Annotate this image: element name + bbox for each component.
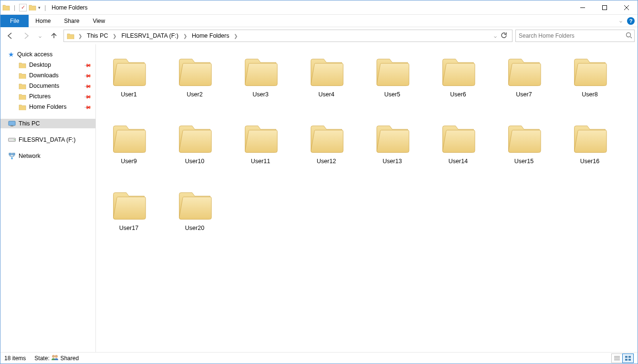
folder-icon xyxy=(505,121,543,155)
search-icon[interactable] xyxy=(624,32,632,40)
folder-item[interactable]: User6 xyxy=(437,54,480,98)
sidebar-quick-access[interactable]: ★ Quick access xyxy=(0,49,95,60)
folder-item[interactable]: User9 xyxy=(107,121,150,165)
qat-open-icon[interactable] xyxy=(29,4,36,10)
folder-label: User14 xyxy=(449,158,468,165)
sidebar-this-pc[interactable]: This PC xyxy=(0,119,95,128)
folder-icon xyxy=(110,187,147,222)
folder-label: User17 xyxy=(119,225,138,231)
sidebar-network[interactable]: Network xyxy=(0,151,95,161)
status-state-value: Shared xyxy=(60,355,79,362)
folder-item[interactable]: User20 xyxy=(173,187,216,231)
breadcrumb-drive[interactable]: FILESRV1_DATA (F:) xyxy=(118,30,181,42)
sidebar-item-desktop[interactable]: Desktop📌 xyxy=(0,60,95,70)
folder-item[interactable]: User3 xyxy=(239,54,282,98)
details-view-button[interactable] xyxy=(611,354,623,363)
main-area: ★ Quick access Desktop📌Downloads📌Documen… xyxy=(0,44,638,352)
view-tab[interactable]: View xyxy=(86,15,112,27)
svg-rect-12 xyxy=(628,356,631,358)
svg-rect-11 xyxy=(625,356,628,358)
close-button[interactable] xyxy=(616,0,638,15)
quick-access-label: Quick access xyxy=(17,51,52,58)
content-pane[interactable]: User1User2User3User4User5User6User7User8… xyxy=(96,44,638,352)
folder-item[interactable]: User16 xyxy=(568,121,611,165)
folder-label: User16 xyxy=(580,158,599,165)
pin-icon: 📌 xyxy=(84,82,92,90)
nav-bar: ⌵ ❯ This PC ❯ FILESRV1_DATA (F:) ❯ Home … xyxy=(0,27,638,44)
folder-label: User15 xyxy=(514,158,533,165)
sidebar-item-downloads[interactable]: Downloads📌 xyxy=(0,70,95,81)
svg-point-10 xyxy=(627,32,631,37)
qat-dropdown-icon[interactable]: ▾ xyxy=(38,5,41,10)
folder-item[interactable]: User11 xyxy=(239,121,282,165)
refresh-button[interactable] xyxy=(499,32,509,40)
folder-icon xyxy=(19,104,26,110)
sidebar-drive[interactable]: FILESRV1_DATA (F:) xyxy=(0,135,95,145)
address-dropdown-icon[interactable]: ⌵ xyxy=(494,33,497,39)
forward-button[interactable] xyxy=(20,29,33,42)
pin-icon: 📌 xyxy=(84,72,92,79)
chevron-right-icon[interactable]: ❯ xyxy=(77,33,83,39)
folder-icon xyxy=(176,121,213,155)
chevron-right-icon[interactable]: ❯ xyxy=(233,33,239,39)
folder-item[interactable]: User15 xyxy=(502,121,545,165)
folder-icon xyxy=(439,54,477,88)
items-grid: User1User2User3User4User5User6User7User8… xyxy=(107,54,633,231)
sidebar-item-pictures[interactable]: Pictures📌 xyxy=(0,91,95,102)
folder-icon xyxy=(110,121,147,155)
chevron-right-icon[interactable]: ❯ xyxy=(182,33,188,39)
chevron-right-icon[interactable]: ❯ xyxy=(112,33,117,39)
recent-locations-icon[interactable]: ⌵ xyxy=(36,33,44,39)
sidebar-item-home-folders[interactable]: Home Folders📌 xyxy=(0,102,95,112)
pin-icon: 📌 xyxy=(84,61,92,69)
qat-properties-icon[interactable]: ✓ xyxy=(19,4,27,11)
network-label: Network xyxy=(19,153,41,159)
help-icon[interactable]: ? xyxy=(627,17,635,25)
refresh-icon xyxy=(501,32,507,39)
folder-item[interactable]: User14 xyxy=(437,121,480,165)
folder-item[interactable]: User13 xyxy=(371,121,414,165)
quick-access-toolbar: | ✓ ▾ | xyxy=(0,4,50,11)
back-arrow-icon xyxy=(6,32,14,40)
drive-label: FILESRV1_DATA (F:) xyxy=(19,136,75,143)
folder-label: User10 xyxy=(185,158,204,165)
file-tab[interactable]: File xyxy=(0,15,29,27)
svg-rect-14 xyxy=(628,359,631,361)
ribbon-collapse-icon[interactable]: ⌵ xyxy=(617,18,625,23)
folder-item[interactable]: User17 xyxy=(107,187,150,231)
sidebar-item-label: Documents xyxy=(29,83,59,89)
folder-item[interactable]: User8 xyxy=(568,54,611,98)
home-tab[interactable]: Home xyxy=(29,15,57,27)
ribbon-tabs: File Home Share View ⌵ ? xyxy=(0,15,638,27)
folder-icon xyxy=(19,83,26,89)
folder-item[interactable]: User7 xyxy=(502,54,545,98)
folder-item[interactable]: User10 xyxy=(173,121,216,165)
folder-label: User6 xyxy=(450,91,466,98)
folder-label: User5 xyxy=(384,91,400,98)
folder-icon xyxy=(374,121,411,155)
folder-item[interactable]: User12 xyxy=(305,121,348,165)
sidebar-item-documents[interactable]: Documents📌 xyxy=(0,81,95,91)
folder-icon xyxy=(176,54,213,88)
back-button[interactable] xyxy=(3,29,17,42)
large-icons-view-button[interactable] xyxy=(622,354,634,363)
maximize-icon xyxy=(602,5,607,10)
folder-item[interactable]: User4 xyxy=(305,54,348,98)
up-button[interactable] xyxy=(47,29,61,42)
window-title: Home Folders xyxy=(50,4,87,11)
breadcrumb-current[interactable]: Home Folders xyxy=(189,30,232,42)
search-box[interactable] xyxy=(515,30,635,42)
sidebar-item-label: Pictures xyxy=(29,93,51,100)
qat-separator: | xyxy=(12,4,17,11)
folder-item[interactable]: User5 xyxy=(371,54,414,98)
this-pc-label: This PC xyxy=(19,120,40,127)
search-input[interactable] xyxy=(518,32,624,40)
breadcrumb-this-pc[interactable]: This PC xyxy=(84,30,111,42)
maximize-button[interactable] xyxy=(594,0,616,15)
folder-item[interactable]: User1 xyxy=(107,54,150,98)
share-tab[interactable]: Share xyxy=(57,15,86,27)
folder-item[interactable]: User2 xyxy=(173,54,216,98)
address-bar[interactable]: ❯ This PC ❯ FILESRV1_DATA (F:) ❯ Home Fo… xyxy=(63,30,512,42)
minimize-button[interactable] xyxy=(572,0,594,15)
folder-label: User3 xyxy=(252,91,268,98)
